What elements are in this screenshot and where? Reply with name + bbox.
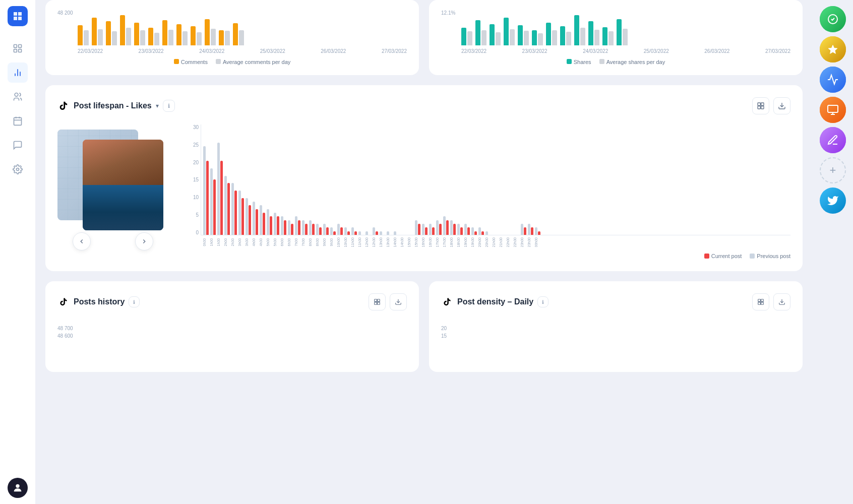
x-label-32: 16h30 xyxy=(429,237,434,247)
right-bubble-orange[interactable] xyxy=(820,97,846,123)
x-label-14: 7h30 xyxy=(301,237,307,247)
lifespan-content: 30 25 20 15 10 5 0 0h3 xyxy=(57,124,790,259)
bar-prev-12 xyxy=(288,220,290,235)
x-label-11: 6h00 xyxy=(280,237,286,247)
x-label-18: 9h30 xyxy=(330,237,335,247)
bar-prev-30 xyxy=(415,220,417,235)
sidebar-item-messages[interactable] xyxy=(8,135,28,155)
post-nav-next-btn[interactable] xyxy=(135,232,153,250)
bar-current-24 xyxy=(376,231,378,235)
bar-pair-23 xyxy=(365,124,371,235)
x-label-46: 23h30 xyxy=(527,237,533,247)
bar-pair-44 xyxy=(514,124,519,235)
sidebar-item-analytics[interactable] xyxy=(8,62,28,83)
svg-rect-17 xyxy=(761,106,764,109)
bar-pair-1 xyxy=(210,124,216,235)
bar-pair-19 xyxy=(337,124,343,235)
dropdown-arrow-icon[interactable]: ▾ xyxy=(156,102,159,109)
bar-prev-37 xyxy=(464,224,467,235)
sidebar-avatar[interactable] xyxy=(8,478,28,498)
bar-pair-13 xyxy=(295,124,300,235)
sidebar-item-settings[interactable] xyxy=(8,159,28,179)
svg-rect-20 xyxy=(378,299,380,302)
sidebar-item-dashboard[interactable] xyxy=(8,38,28,58)
x-label-1: 1h00 xyxy=(210,237,215,247)
svg-rect-27 xyxy=(761,302,764,305)
svg-point-12 xyxy=(17,168,19,171)
shares-legend: Shares Average shares per day xyxy=(441,59,790,65)
posts-history-download-btn[interactable] xyxy=(390,293,407,310)
post-density-download-btn[interactable] xyxy=(773,293,790,310)
right-bubble-add[interactable]: + xyxy=(820,157,846,183)
post-lifespan-info-btn[interactable]: ℹ xyxy=(163,100,175,112)
svg-rect-21 xyxy=(375,302,377,305)
bar-pair-0 xyxy=(203,124,209,235)
x-label-31: 16h00 xyxy=(421,237,427,247)
x-label-44: 22h30 xyxy=(513,237,519,247)
lifespan-chart: 30 25 20 15 10 5 0 0h3 xyxy=(180,124,790,259)
y-label-15: 15 xyxy=(180,177,199,182)
x-label-2: 1h30 xyxy=(217,237,222,247)
x-label-8: 4h30 xyxy=(259,237,265,247)
bar-prev-10 xyxy=(274,213,276,235)
bar-prev-31 xyxy=(422,224,424,235)
post-lifespan-download-btn[interactable] xyxy=(773,97,790,114)
bar-pair-5 xyxy=(238,124,244,235)
bar-prev-0 xyxy=(203,146,206,235)
x-label-33: 17h00 xyxy=(436,237,441,247)
bar-pair-6 xyxy=(246,124,251,235)
posts-history-layout-btn[interactable] xyxy=(369,293,386,310)
cards-area: 48 200 xyxy=(45,0,803,372)
y-label-5: 5 xyxy=(180,212,199,218)
bar-pair-10 xyxy=(274,124,279,235)
posts-history-info-btn[interactable]: ℹ xyxy=(129,296,140,307)
post-lifespan-title: Post lifespan - Likes xyxy=(74,101,152,110)
bar-pair-20 xyxy=(344,124,350,235)
right-bubble-purple[interactable] xyxy=(820,127,846,153)
post-lifespan-layout-btn[interactable] xyxy=(752,97,769,114)
bar-prev-13 xyxy=(295,216,297,235)
bar-current-32 xyxy=(432,227,435,235)
y-label-10: 10 xyxy=(180,195,199,200)
bar-pair-18 xyxy=(330,124,336,235)
posts-history-y-top: 48 700 xyxy=(57,326,407,331)
bar-current-10 xyxy=(277,216,279,235)
bar-pair-36 xyxy=(457,124,463,235)
x-label-6: 3h30 xyxy=(245,237,251,247)
bar-current-19 xyxy=(340,227,343,235)
x-label-47: 00h00 xyxy=(534,237,540,247)
post-density-info-btn[interactable]: ℹ xyxy=(537,296,549,307)
x-label-40: 20h30 xyxy=(485,237,491,247)
right-bubble-blue[interactable] xyxy=(820,67,846,93)
svg-rect-26 xyxy=(758,302,761,305)
right-bubble-twitter[interactable] xyxy=(820,187,846,214)
svg-rect-3 xyxy=(19,49,22,52)
bar-prev-26 xyxy=(387,231,389,235)
sidebar-item-schedule[interactable] xyxy=(8,111,28,131)
x-label-15: 8h00 xyxy=(309,237,314,247)
post-density-header: Post density – Daily ℹ xyxy=(441,293,790,310)
right-bubble-yellow[interactable] xyxy=(820,36,846,62)
right-panel: + xyxy=(813,0,853,504)
bar-pair-32 xyxy=(429,124,435,235)
shares-x-labels: 22/03/2022 23/03/2022 24/03/2022 25/03/2… xyxy=(461,48,790,54)
bar-prev-5 xyxy=(238,191,241,235)
y-label-25: 25 xyxy=(180,142,199,148)
bar-prev-20 xyxy=(344,227,347,235)
bar-current-6 xyxy=(249,205,251,235)
post-density-layout-btn[interactable] xyxy=(752,293,769,310)
prev-post-legend-label: Previous post xyxy=(757,253,790,259)
bar-prev-39 xyxy=(478,227,481,235)
bar-current-0 xyxy=(206,161,209,235)
x-label-10: 5h30 xyxy=(273,237,279,247)
svg-rect-15 xyxy=(761,103,764,105)
svg-rect-8 xyxy=(14,117,22,125)
bar-prev-33 xyxy=(436,220,439,235)
post-nav-prev-btn[interactable] xyxy=(73,232,91,250)
right-bubble-green[interactable] xyxy=(820,6,846,32)
sidebar-item-audience[interactable] xyxy=(8,87,28,107)
bar-prev-34 xyxy=(443,216,446,235)
bar-pair-21 xyxy=(351,124,357,235)
x-label-13: 7h00 xyxy=(294,237,300,247)
sidebar-logo[interactable] xyxy=(8,6,28,26)
